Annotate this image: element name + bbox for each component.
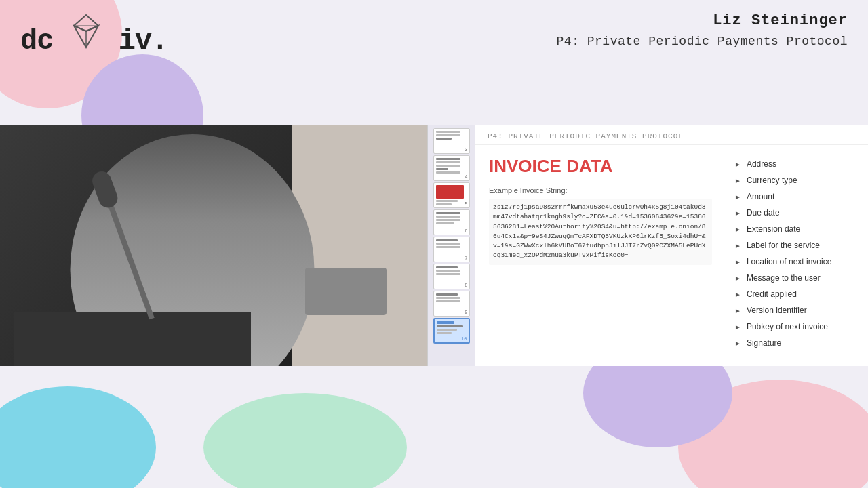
field-arrow-icon: ► <box>734 307 741 314</box>
field-arrow-icon: ► <box>734 177 741 184</box>
main-content: 3 4 5 <box>0 125 868 488</box>
field-item: ►Due date <box>734 205 860 221</box>
field-arrow-icon: ► <box>734 209 741 217</box>
video-placeholder <box>0 125 427 366</box>
field-label: Pubkey of next invoice <box>747 322 828 331</box>
slide-thumb-5[interactable]: 5 <box>433 182 470 208</box>
presentation-panel: P4: PRIVATE PERIODIC PAYMENTS PROTOCOL I… <box>475 125 868 366</box>
slide-thumb-3[interactable]: 3 <box>433 128 470 154</box>
slide-header: P4: PRIVATE PERIODIC PAYMENTS PROTOCOL <box>475 125 868 145</box>
slide-thumb-9[interactable]: 9 <box>433 291 470 317</box>
logo-iv: iv. <box>119 25 168 58</box>
video-area <box>0 125 427 366</box>
slide-thumb-4[interactable]: 4 <box>433 155 470 181</box>
laptop <box>305 268 387 315</box>
field-arrow-icon: ► <box>734 258 741 266</box>
field-label: Label for the service <box>747 241 820 250</box>
example-label: Example Invoice String: <box>489 186 712 195</box>
field-item: ►Location of next invoice <box>734 253 860 270</box>
podium <box>14 312 251 366</box>
svg-marker-0 <box>74 15 98 31</box>
field-label: Address <box>747 159 776 169</box>
header-right: Liz Steininger P4: Private Periodic Paym… <box>557 12 848 48</box>
field-arrow-icon: ► <box>734 242 741 249</box>
field-item: ►Amount <box>734 188 860 205</box>
field-label: Extension date <box>747 224 800 234</box>
field-label: Version identifier <box>747 306 807 315</box>
field-item: ►Version identifier <box>734 302 860 319</box>
presenter-name: Liz Steininger <box>557 12 848 29</box>
header: dc iv. Liz Steininger P4: Private Period… <box>0 0 868 125</box>
field-label: Message to the user <box>747 273 821 283</box>
logo-dc: dc <box>20 25 53 58</box>
field-arrow-icon: ► <box>734 340 741 347</box>
field-item: ►Address <box>734 156 860 172</box>
slide-thumb-8[interactable]: 8 <box>433 264 470 289</box>
eth-diamond-icon <box>73 14 100 58</box>
field-label: Location of next invoice <box>747 257 831 266</box>
slide-left: INVOICE DATA Example Invoice String: zs1… <box>475 145 726 366</box>
field-label: Due date <box>747 208 780 218</box>
field-label: Amount <box>747 192 774 201</box>
field-arrow-icon: ► <box>734 274 741 282</box>
field-item: ►Signature <box>734 335 860 351</box>
field-item: ►Currency type <box>734 172 860 188</box>
field-item: ►Extension date <box>734 221 860 237</box>
field-arrow-icon: ► <box>734 291 741 298</box>
field-arrow-icon: ► <box>734 161 741 168</box>
slide-thumb-7[interactable]: 7 <box>433 237 470 262</box>
field-item: ►Message to the user <box>734 270 860 286</box>
field-item: ►Pubkey of next invoice <box>734 319 860 335</box>
logo-text: dc iv. <box>20 14 167 58</box>
field-arrow-icon: ► <box>734 323 741 331</box>
section-title: INVOICE DATA <box>489 156 712 177</box>
slides-panel: 3 4 5 <box>427 125 475 366</box>
field-label: Credit applied <box>747 289 797 299</box>
field-label: Currency type <box>747 176 797 185</box>
invoice-string: zs1z7rej1psa98s2rrrfkwmaxu53e4ue0ulcrw0h… <box>489 199 712 265</box>
slide-body: INVOICE DATA Example Invoice String: zs1… <box>475 145 868 366</box>
logo-area: dc iv. <box>20 14 167 58</box>
field-item: ►Label for the service <box>734 237 860 253</box>
field-label: Signature <box>747 338 781 348</box>
field-arrow-icon: ► <box>734 193 741 201</box>
presentation-title: P4: Private Periodic Payments Protocol <box>557 35 848 48</box>
field-item: ►Credit applied <box>734 286 860 302</box>
slide-thumb-6[interactable]: 6 <box>433 209 470 235</box>
slide-thumb-10[interactable]: 10 <box>433 318 470 344</box>
field-list: ►Address►Currency type►Amount►Due date►E… <box>734 156 860 351</box>
slide-right: ►Address►Currency type►Amount►Due date►E… <box>726 145 868 366</box>
field-arrow-icon: ► <box>734 226 741 233</box>
